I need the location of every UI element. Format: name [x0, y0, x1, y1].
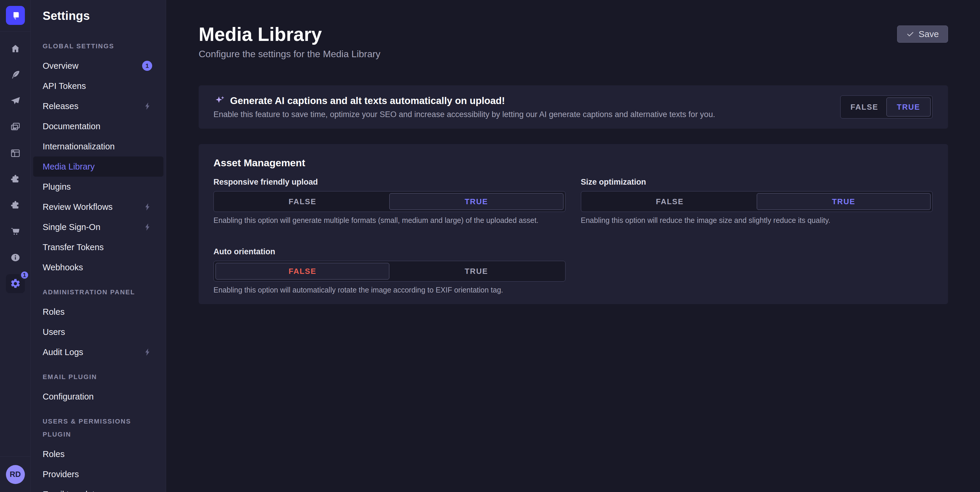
responsive-friendly-upload-toggle-false[interactable]: FALSE [216, 193, 389, 210]
responsive-friendly-upload-toggle: FALSETRUE [213, 191, 565, 212]
save-button-label: Save [919, 29, 939, 39]
main-nav-rail: 1 RD [0, 0, 31, 492]
rail-puzzle-icon[interactable] [6, 170, 25, 189]
sidebar-item-configuration[interactable]: Configuration [33, 387, 164, 407]
rail-pictures-icon[interactable] [6, 118, 25, 137]
sidebar-item-plugins[interactable]: Plugins [33, 177, 164, 197]
sidebar-item-label: Email templates [43, 490, 103, 492]
lightning-icon [143, 102, 152, 110]
sidebar-item-label: Media Library [43, 162, 95, 172]
auto-orientation-toggle-true[interactable]: TRUE [389, 263, 563, 280]
sidebar-item-review-workflows[interactable]: Review Workflows [33, 197, 164, 217]
rail-layout-icon[interactable] [6, 144, 25, 163]
sidebar-item-documentation[interactable]: Documentation [33, 116, 164, 136]
asset-management-card: Asset Management Responsive friendly upl… [199, 144, 948, 304]
field-label: Auto orientation [213, 247, 565, 257]
strapi-logo[interactable] [6, 6, 25, 25]
sidebar-item-releases[interactable]: Releases [33, 96, 164, 116]
sidebar-item-providers[interactable]: Providers [33, 464, 164, 484]
cart-icon [10, 226, 21, 237]
sidebar-title: Settings [43, 9, 90, 22]
save-button[interactable]: Save [897, 26, 948, 43]
settings-sidebar-sections: GLOBAL SETTINGSOverview1API TokensReleas… [31, 40, 166, 492]
sidebar-item-label: Webhooks [43, 263, 83, 272]
sidebar-item-label: Plugins [43, 182, 71, 192]
rail-puzzle-icon[interactable] [6, 196, 25, 215]
sidebar-item-label: Single Sign-On [43, 222, 100, 232]
responsive-friendly-upload-toggle-true[interactable]: TRUE [389, 193, 563, 210]
rail-gear-icon[interactable]: 1 [6, 274, 25, 293]
sidebar-item-media-library[interactable]: Media Library [33, 157, 164, 177]
size-optimization-toggle-false[interactable]: FALSE [583, 193, 757, 210]
puzzle-icon [10, 174, 21, 185]
sidebar-item-email-templates[interactable]: Email templates [33, 484, 164, 492]
sidebar-item-label: Roles [43, 307, 65, 317]
asset-management-heading: Asset Management [213, 157, 932, 169]
ai-caption-toggle-true[interactable]: TRUE [886, 97, 931, 117]
sidebar-item-transfer-tokens[interactable]: Transfer Tokens [33, 237, 164, 257]
ai-caption-banner-text: Generate AI captions and alt texts autom… [213, 95, 715, 119]
page-subtitle: Configure the settings for the Media Lib… [199, 48, 948, 60]
home-icon [10, 43, 21, 54]
settings-sidebar: Settings GLOBAL SETTINGSOverview1API Tok… [31, 0, 166, 492]
sidebar-item-label: Transfer Tokens [43, 243, 103, 252]
auto-orientation-toggle-false[interactable]: FALSE [216, 263, 389, 280]
sidebar-item-badge: 1 [142, 61, 152, 71]
field-responsive-friendly-upload: Responsive friendly uploadFALSETRUEEnabl… [213, 177, 565, 232]
sidebar-item-internationalization[interactable]: Internationalization [33, 136, 164, 157]
sidebar-item-label: Review Workflows [43, 202, 113, 212]
layout-icon [10, 148, 21, 158]
sidebar-item-label: Releases [43, 101, 78, 111]
rail-home-icon[interactable] [6, 40, 25, 58]
sidebar-item-api-tokens[interactable]: API Tokens [33, 76, 164, 96]
ai-banner-description: Enable this feature to save time, optimi… [213, 110, 715, 119]
lightning-icon [143, 223, 152, 232]
field-label: Size optimization [581, 177, 933, 187]
ai-caption-toggle: FALSE TRUE [840, 96, 932, 118]
user-avatar[interactable]: RD [6, 465, 25, 484]
sidebar-item-label: Roles [43, 449, 65, 459]
ai-caption-toggle-false[interactable]: FALSE [842, 97, 886, 117]
rail-paper-plane-icon[interactable] [6, 91, 25, 110]
field-auto-orientation: Auto orientationFALSETRUEEnabling this o… [213, 247, 565, 302]
sidebar-item-label: Documentation [43, 121, 100, 131]
sidebar-section-label: EMAIL PLUGIN [31, 371, 166, 383]
sidebar-item-overview[interactable]: Overview1 [33, 56, 164, 76]
sidebar-item-roles[interactable]: Roles [33, 444, 164, 464]
field-label: Responsive friendly upload [213, 177, 565, 187]
sidebar-item-users[interactable]: Users [33, 322, 164, 342]
main-content: Media Library Configure the settings for… [166, 0, 980, 492]
sidebar-item-label: Audit Logs [43, 347, 83, 357]
rail-cart-icon[interactable] [6, 222, 25, 241]
ai-banner-title: Generate AI captions and alt texts autom… [230, 95, 505, 106]
sparkles-icon [213, 95, 225, 107]
size-optimization-toggle-true[interactable]: TRUE [757, 193, 931, 210]
lightning-icon [143, 203, 152, 211]
nav-rail-icons: 1 [6, 40, 25, 293]
sidebar-item-label: Configuration [43, 392, 94, 402]
auto-orientation-toggle: FALSETRUE [213, 261, 565, 281]
sidebar-item-single-sign-on[interactable]: Single Sign-On [33, 217, 164, 237]
field-hint: Enabling this option will automatically … [213, 285, 565, 295]
gear-icon [10, 278, 21, 289]
sidebar-section-label: ADMINISTRATION PANEL [31, 286, 166, 299]
rail-feather-icon[interactable] [6, 65, 25, 85]
sidebar-item-label: Internationalization [43, 142, 115, 152]
feather-icon [10, 70, 21, 80]
ai-caption-banner: Generate AI captions and alt texts autom… [199, 85, 948, 129]
sidebar-item-webhooks[interactable]: Webhooks [33, 257, 164, 278]
lightning-icon [143, 348, 152, 356]
rail-info-icon[interactable] [6, 248, 25, 267]
paper-plane-icon [10, 96, 21, 106]
puzzle-icon [10, 200, 21, 211]
pictures-icon [10, 122, 21, 133]
sidebar-item-roles[interactable]: Roles [33, 302, 164, 322]
asset-management-grid: Responsive friendly uploadFALSETRUEEnabl… [213, 177, 932, 302]
info-icon [10, 252, 21, 263]
field-hint: Enabling this option will generate multi… [213, 216, 565, 225]
sidebar-section-label: GLOBAL SETTINGS [31, 40, 166, 53]
page-title: Media Library [199, 24, 948, 45]
sidebar-item-audit-logs[interactable]: Audit Logs [33, 342, 164, 362]
strapi-logo-glyph [10, 10, 21, 21]
nav-rail-footer: RD [0, 457, 30, 492]
